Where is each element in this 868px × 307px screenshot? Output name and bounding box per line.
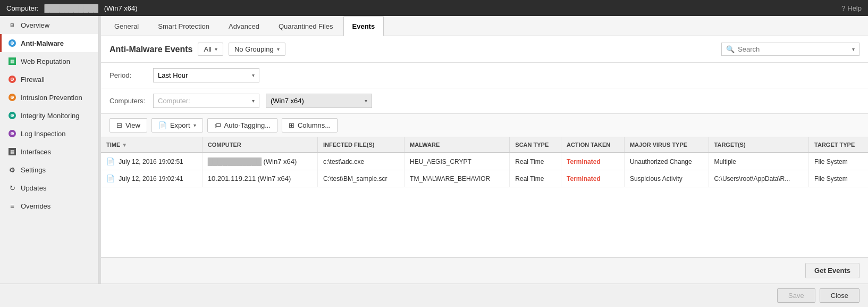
grouping-label: No Grouping (234, 45, 274, 53)
cell-computer: 10.201.119.211 (Win7 x64) (202, 170, 317, 187)
tab-events[interactable]: Events (343, 16, 384, 36)
bottom-bar: Get Events (101, 257, 868, 284)
col-target-type[interactable]: TARGET TYPE (809, 137, 868, 153)
grouping-dropdown[interactable]: No Grouping ▾ (229, 43, 285, 56)
tab-smart-protection[interactable]: Smart Protection (149, 16, 218, 36)
save-button[interactable]: Save (777, 288, 815, 303)
col-malware[interactable]: MALWARE (404, 137, 510, 153)
cell-computer: ███████████ (Win7 x64) (202, 153, 317, 170)
events-title: Anti-Malware Events (109, 45, 192, 54)
tab-advanced[interactable]: Advanced (220, 16, 268, 36)
overrides-icon: ≡ (8, 202, 16, 210)
updates-icon: ↻ (8, 184, 16, 192)
period-dropdown[interactable]: Last Hour ▾ (153, 68, 259, 82)
get-events-label: Get Events (814, 267, 850, 275)
view-icon: ⊟ (116, 121, 122, 129)
sidebar-item-overrides[interactable]: ≡ Overrides (0, 197, 98, 215)
search-dropdown-icon[interactable]: ▾ (852, 46, 855, 52)
sidebar-item-intrusion-prevention[interactable]: ⊕ Intrusion Prevention (0, 88, 98, 106)
close-button[interactable]: Close (820, 288, 859, 303)
tab-advanced-label: Advanced (229, 22, 259, 30)
computer-name-value: (Win7 x64) (263, 157, 297, 165)
sidebar-item-overview[interactable]: ⊞ Overview (0, 16, 98, 34)
tabs-bar: General Smart Protection Advanced Quaran… (101, 16, 868, 36)
tab-quarantined-files[interactable]: Quarantined Files (269, 16, 342, 36)
search-box[interactable]: 🔍 ▾ (721, 43, 859, 56)
computer-ip: ███████████ (45, 4, 98, 12)
grid-icon: ⊞ (8, 21, 16, 29)
events-header: Anti-Malware Events All ▾ No Grouping ▾ … (101, 36, 868, 63)
sidebar-item-firewall[interactable]: ⊘ Firewall (0, 70, 98, 88)
cell-target-type: File System (809, 170, 868, 187)
sidebar-item-interfaces[interactable]: ▦ Interfaces (0, 143, 98, 161)
period-label: Period: (109, 71, 147, 79)
tab-general[interactable]: General (105, 16, 148, 36)
computers-value-chevron-icon: ▾ (365, 98, 367, 104)
shield-icon: ⊕ (8, 39, 16, 47)
sidebar-label-log-inspection: Log Inspection (21, 130, 66, 138)
computers-placeholder-value: Computer: (158, 97, 190, 105)
cell-time: 📄 July 12, 2016 19:02:51 (101, 153, 202, 170)
sidebar-item-web-reputation[interactable]: ▦ Web Reputation (0, 52, 98, 70)
sidebar-item-anti-malware[interactable]: ⊕ Anti-Malware (0, 34, 98, 52)
header-title: Computer: ███████████ (Win7 x64) (6, 4, 138, 12)
columns-button[interactable]: ⊞ Columns... (282, 118, 338, 132)
sort-icon: ▼ (122, 142, 127, 148)
content-area: General Smart Protection Advanced Quaran… (101, 16, 868, 284)
col-major-virus-type[interactable]: MAJOR VIRUS TYPE (624, 137, 709, 153)
export-chevron-icon: ▾ (193, 122, 196, 128)
computers-placeholder-chevron-icon: ▾ (252, 98, 255, 104)
col-computer[interactable]: COMPUTER (202, 137, 317, 153)
cell-action-taken: Terminated (561, 170, 624, 187)
help-label: Help (847, 4, 862, 12)
sidebar-label-integrity-monitoring: Integrity Monitoring (21, 112, 80, 120)
cell-scan-type: Real Time (510, 170, 561, 187)
period-value: Last Hour (158, 71, 188, 79)
save-label: Save (788, 292, 804, 300)
help-button[interactable]: ? Help (841, 4, 862, 12)
sidebar-label-firewall: Firewall (21, 76, 45, 84)
cell-scan-type: Real Time (510, 153, 561, 170)
integrity-icon: ⊕ (8, 111, 16, 120)
intrusion-icon: ⊕ (8, 93, 16, 102)
events-table-container: TIME ▼ COMPUTER INFECTED FILE(S) MALWARE… (101, 137, 868, 257)
sidebar-item-integrity-monitoring[interactable]: ⊕ Integrity Monitoring (0, 106, 98, 125)
export-label: Export (170, 121, 190, 129)
computer-name-value: (Win7 x64) (258, 175, 291, 182)
auto-tagging-label: Auto-Tagging... (224, 121, 271, 129)
auto-tagging-button[interactable]: 🏷 Auto-Tagging... (207, 118, 277, 132)
cell-infected-file: c:\test\adc.exe (317, 153, 404, 170)
columns-label: Columns... (298, 121, 331, 129)
computers-value-dropdown[interactable]: (Win7 x64) ▾ (266, 94, 372, 108)
sidebar-label-web-reputation: Web Reputation (21, 57, 70, 65)
search-icon: 🔍 (726, 45, 735, 53)
get-events-button[interactable]: Get Events (805, 263, 859, 278)
computer-label: Computer: (6, 4, 39, 12)
settings-icon: ⚙ (8, 165, 16, 174)
table-row: 📄 July 12, 2016 19:02:51 ███████████ (Wi… (101, 153, 868, 170)
log-icon: ⊕ (8, 129, 16, 138)
sidebar-label-overrides: Overrides (21, 202, 50, 210)
sidebar-item-log-inspection[interactable]: ⊕ Log Inspection (0, 125, 98, 143)
computer-ip-blurred: ███████████ (208, 157, 262, 165)
col-targets[interactable]: TARGET(S) (709, 137, 809, 153)
sidebar: ⊞ Overview ⊕ Anti-Malware ▦ Web Reputati… (0, 16, 98, 284)
cell-targets: Multiple (709, 153, 809, 170)
view-label: View (125, 121, 140, 129)
col-scan-type[interactable]: SCAN TYPE (510, 137, 561, 153)
col-action-taken[interactable]: ACTION TAKEN (561, 137, 624, 153)
sidebar-item-updates[interactable]: ↻ Updates (0, 179, 98, 197)
col-time[interactable]: TIME ▼ (101, 137, 202, 153)
sidebar-label-interfaces: Interfaces (21, 148, 51, 156)
sidebar-label-anti-malware: Anti-Malware (21, 39, 64, 47)
sidebar-item-settings[interactable]: ⚙ Settings (0, 161, 98, 179)
view-button[interactable]: ⊟ View (109, 118, 147, 132)
search-input[interactable] (738, 45, 849, 53)
firewall-icon: ⊘ (8, 75, 16, 84)
export-button[interactable]: 📄 Export ▾ (151, 118, 203, 132)
computers-placeholder-dropdown[interactable]: Computer: ▾ (153, 94, 259, 108)
filter-all-dropdown[interactable]: All ▾ (198, 43, 223, 56)
sidebar-label-settings: Settings (21, 166, 46, 174)
tab-quarantined-files-label: Quarantined Files (279, 22, 333, 30)
col-infected-files[interactable]: INFECTED FILE(S) (317, 137, 404, 153)
